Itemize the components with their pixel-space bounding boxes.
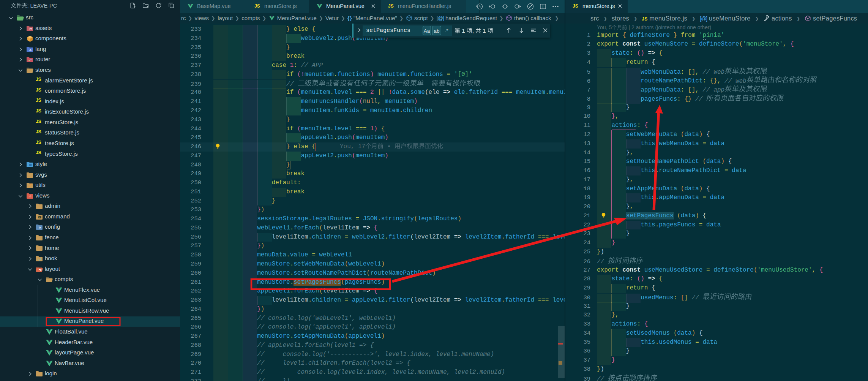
svg-text:A: A — [29, 48, 32, 52]
